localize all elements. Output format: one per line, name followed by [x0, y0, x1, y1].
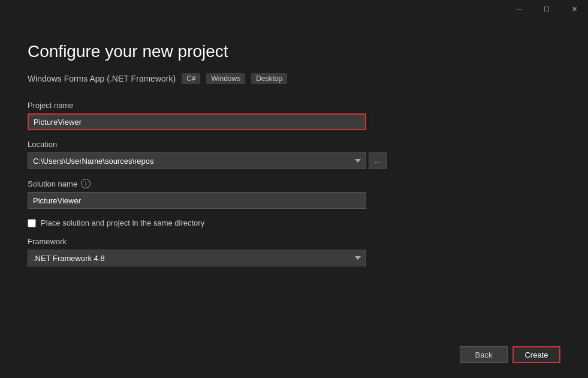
solution-name-section: Solution name i — [28, 179, 560, 209]
location-select[interactable]: C:\Users\UserName\sources\repos — [28, 152, 366, 169]
close-button[interactable]: ✕ — [560, 0, 588, 18]
badge-windows: Windows — [206, 73, 245, 84]
solution-name-label-row: Solution name i — [28, 179, 560, 188]
page-title: Configure your new project — [28, 42, 560, 61]
same-directory-checkbox[interactable] — [28, 219, 36, 227]
solution-name-input[interactable] — [28, 192, 366, 209]
framework-section: Framework .NET Framework 4.8 — [28, 237, 560, 266]
location-section: Location C:\Users\UserName\sources\repos… — [28, 140, 560, 169]
solution-name-info-icon[interactable]: i — [81, 179, 91, 188]
main-content: Configure your new project Windows Forms… — [0, 18, 588, 378]
project-name-input[interactable] — [28, 113, 366, 130]
title-bar: — ☐ ✕ — [505, 0, 588, 18]
subtitle-text: Windows Forms App (.NET Framework) — [28, 74, 176, 83]
framework-label: Framework — [28, 237, 560, 246]
browse-button[interactable]: ... — [369, 152, 387, 169]
back-button[interactable]: Back — [460, 346, 508, 363]
project-name-section: Project name — [28, 101, 560, 130]
solution-name-label: Solution name — [28, 179, 77, 188]
location-row: C:\Users\UserName\sources\repos ... — [28, 152, 560, 169]
bottom-bar: Back Create — [460, 346, 560, 363]
minimize-button[interactable]: — — [505, 0, 533, 18]
framework-select[interactable]: .NET Framework 4.8 — [28, 250, 366, 266]
subtitle-row: Windows Forms App (.NET Framework) C# Wi… — [28, 73, 560, 84]
location-label: Location — [28, 140, 560, 149]
same-directory-row: Place solution and project in the same d… — [28, 218, 560, 227]
badge-desktop: Desktop — [251, 73, 287, 84]
badge-csharp: C# — [182, 73, 200, 84]
same-directory-label[interactable]: Place solution and project in the same d… — [41, 218, 204, 227]
maximize-button[interactable]: ☐ — [533, 0, 560, 18]
create-button[interactable]: Create — [512, 346, 560, 363]
project-name-label: Project name — [28, 101, 560, 110]
